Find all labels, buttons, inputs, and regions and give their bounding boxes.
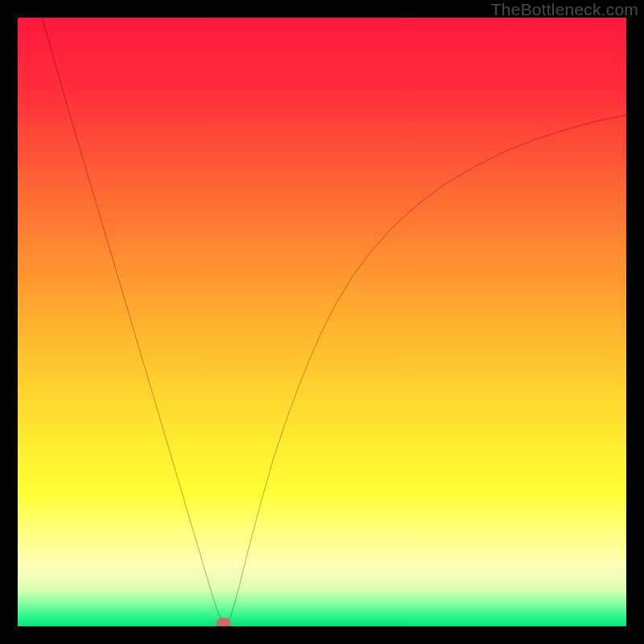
chart-frame: TheBottleneck.com — [0, 0, 644, 644]
plot-area — [18, 18, 626, 626]
svg-rect-0 — [18, 18, 626, 626]
optimal-point-marker — [217, 618, 231, 626]
background-gradient — [18, 18, 626, 626]
watermark-text: TheBottleneck.com — [491, 0, 638, 19]
